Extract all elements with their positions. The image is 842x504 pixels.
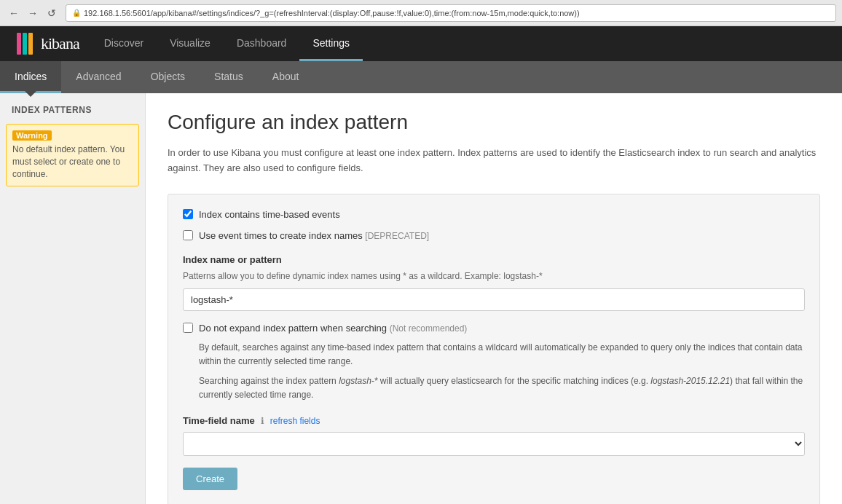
- main-nav: Discover Visualize Dashboard Settings: [91, 26, 363, 61]
- logo-text: kibana: [41, 34, 79, 53]
- event-times-row: Use event times to create index names [D…: [183, 230, 805, 241]
- stripe-pink: [17, 33, 21, 55]
- address-text: 192.168.1.56:5601/app/kibana#/settings/i…: [84, 9, 580, 17]
- nav-item-dashboard[interactable]: Dashboard: [224, 26, 300, 61]
- index-name-label: Index name or pattern: [183, 254, 805, 265]
- main-content: Configure an index pattern In order to u…: [146, 93, 842, 504]
- page-title: Configure an index pattern: [168, 111, 820, 134]
- nav-item-settings[interactable]: Settings: [299, 26, 363, 61]
- time-field-select[interactable]: [183, 432, 805, 456]
- sidebar: Index Patterns Warning No default index …: [0, 93, 146, 504]
- warning-label: Warning: [12, 130, 52, 141]
- settings-subnav: Indices Advanced Objects Status About: [0, 61, 842, 93]
- nav-item-discover[interactable]: Discover: [91, 26, 157, 61]
- browser-nav-buttons: ← → ↺: [6, 5, 60, 21]
- index-name-hint: Patterns allow you to define dynamic ind…: [183, 269, 805, 283]
- subnav-status[interactable]: Status: [200, 61, 258, 93]
- time-based-row: Index contains time-based events: [183, 209, 805, 220]
- stripe-teal: [23, 33, 27, 55]
- info-icon: ℹ: [261, 416, 264, 426]
- event-times-checkbox[interactable]: [183, 230, 193, 240]
- back-button[interactable]: ←: [6, 5, 22, 21]
- index-name-input[interactable]: [183, 288, 805, 311]
- deprecated-tag: [DEPRECATED]: [365, 231, 429, 241]
- lock-icon: 🔒: [72, 9, 81, 17]
- stripe-gold: [28, 33, 33, 55]
- logo-icon: [12, 31, 38, 57]
- refresh-fields-link[interactable]: refresh fields: [270, 416, 320, 426]
- refresh-button[interactable]: ↺: [44, 5, 60, 21]
- form-card: Index contains time-based events Use eve…: [168, 194, 820, 504]
- kibana-navbar: kibana Discover Visualize Dashboard Sett…: [0, 26, 842, 61]
- address-bar[interactable]: 🔒 192.168.1.56:5601/app/kibana#/settings…: [66, 4, 836, 22]
- nav-item-visualize[interactable]: Visualize: [157, 26, 224, 61]
- do-not-expand-label[interactable]: Do not expand index pattern when searchi…: [199, 323, 467, 334]
- time-field-name-row: Time-field name ℹ refresh fields: [183, 415, 805, 426]
- do-not-expand-row: Do not expand index pattern when searchi…: [183, 323, 805, 334]
- subnav-advanced[interactable]: Advanced: [61, 61, 135, 93]
- app-body: Index Patterns Warning No default index …: [0, 93, 842, 504]
- sidebar-header: Index Patterns: [0, 105, 145, 124]
- subnav-indices[interactable]: Indices: [0, 61, 61, 93]
- example-text: logstash-2015.12.21: [650, 376, 730, 386]
- subnav-objects[interactable]: Objects: [136, 61, 200, 93]
- time-field-label: Time-field name: [183, 415, 255, 426]
- kibana-logo: kibana: [0, 31, 91, 57]
- expand-desc-2: Searching against the index pattern logs…: [199, 374, 805, 402]
- browser-chrome: ← → ↺ 🔒 192.168.1.56:5601/app/kibana#/se…: [0, 0, 842, 26]
- logo-stripes: [17, 33, 33, 55]
- create-button[interactable]: Create: [183, 468, 237, 490]
- index-name-group: Index name or pattern Patterns allow you…: [183, 254, 805, 311]
- description-text: In order to use Kibana you must configur…: [168, 146, 820, 176]
- forward-button[interactable]: →: [25, 5, 41, 21]
- do-not-expand-checkbox[interactable]: [183, 323, 193, 333]
- event-times-label[interactable]: Use event times to create index names [D…: [199, 230, 429, 241]
- warning-text: No default index pattern. You must selec…: [12, 143, 133, 180]
- not-recommended-tag: (Not recommended): [390, 323, 468, 334]
- warning-banner: Warning No default index pattern. You mu…: [6, 124, 139, 186]
- time-based-checkbox[interactable]: [183, 209, 193, 219]
- pattern-text: logstash-*: [339, 376, 377, 386]
- expand-desc-1: By default, searches against any time-ba…: [199, 341, 805, 369]
- subnav-about[interactable]: About: [258, 61, 314, 93]
- time-based-label[interactable]: Index contains time-based events: [199, 209, 340, 220]
